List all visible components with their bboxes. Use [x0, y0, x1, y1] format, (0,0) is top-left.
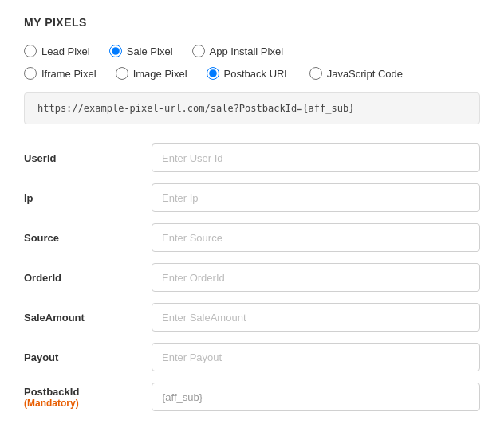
form-row-user-id: UserId — [24, 143, 480, 172]
radio-iframe-pixel[interactable]: Iframe Pixel — [24, 67, 96, 80]
label-user-id: UserId — [24, 152, 152, 164]
radio-image-pixel-label: Image Pixel — [133, 68, 187, 80]
label-source: Source — [24, 232, 152, 244]
url-display: https://example-pixel-url.com/sale?Postb… — [24, 92, 480, 124]
radio-postback-url-input[interactable] — [207, 67, 219, 80]
label-sale-amount: SaleAmount — [24, 312, 152, 324]
form-row-payout: Payout — [24, 343, 480, 371]
input-payout[interactable] — [152, 343, 480, 371]
radio-sale-pixel-label: Sale Pixel — [127, 45, 173, 57]
label-payout: Payout — [24, 351, 152, 363]
radio-sale-pixel-input[interactable] — [109, 45, 122, 57]
radio-app-install-pixel-input[interactable] — [192, 45, 205, 57]
radio-javascript-code[interactable]: JavaScript Code — [309, 67, 403, 80]
radio-app-install-pixel[interactable]: App Install Pixel — [192, 45, 284, 57]
page-title: MY PIXELS — [24, 16, 480, 29]
form-row-postback-id: PostbackId (Mandatory) — [24, 383, 480, 411]
radio-lead-pixel-label: Lead Pixel — [41, 45, 90, 57]
radio-lead-pixel[interactable]: Lead Pixel — [24, 45, 90, 57]
form-section: UserId Ip Source OrderId SaleAmount Payo… — [24, 143, 480, 411]
input-source[interactable] — [152, 223, 480, 252]
radio-iframe-pixel-label: Iframe Pixel — [41, 68, 96, 80]
radio-javascript-code-label: JavaScript Code — [327, 68, 403, 80]
input-postback-id[interactable] — [152, 383, 480, 411]
radio-iframe-pixel-input[interactable] — [24, 67, 37, 80]
radio-javascript-code-input[interactable] — [309, 67, 322, 80]
input-ip[interactable] — [152, 183, 480, 212]
radio-lead-pixel-input[interactable] — [24, 45, 37, 57]
radio-image-pixel[interactable]: Image Pixel — [116, 67, 187, 80]
input-user-id[interactable] — [152, 143, 480, 172]
label-postback-id: PostbackId (Mandatory) — [24, 386, 152, 409]
label-ip: Ip — [24, 192, 152, 204]
radio-postback-url[interactable]: Postback URL — [207, 67, 290, 80]
radio-group-row1: Lead Pixel Sale Pixel App Install Pixel — [24, 45, 480, 57]
mandatory-text: (Mandatory) — [24, 398, 152, 409]
input-order-id[interactable] — [152, 263, 480, 292]
form-row-ip: Ip — [24, 183, 480, 212]
radio-postback-url-label: Postback URL — [224, 68, 290, 80]
radio-group-row2: Iframe Pixel Image Pixel Postback URL Ja… — [24, 67, 480, 80]
input-sale-amount[interactable] — [152, 303, 480, 332]
radio-image-pixel-input[interactable] — [116, 67, 128, 80]
radio-sale-pixel[interactable]: Sale Pixel — [109, 45, 173, 57]
form-row-order-id: OrderId — [24, 263, 480, 292]
form-row-source: Source — [24, 223, 480, 252]
radio-app-install-pixel-label: App Install Pixel — [210, 45, 284, 57]
label-order-id: OrderId — [24, 272, 152, 284]
form-row-sale-amount: SaleAmount — [24, 303, 480, 332]
